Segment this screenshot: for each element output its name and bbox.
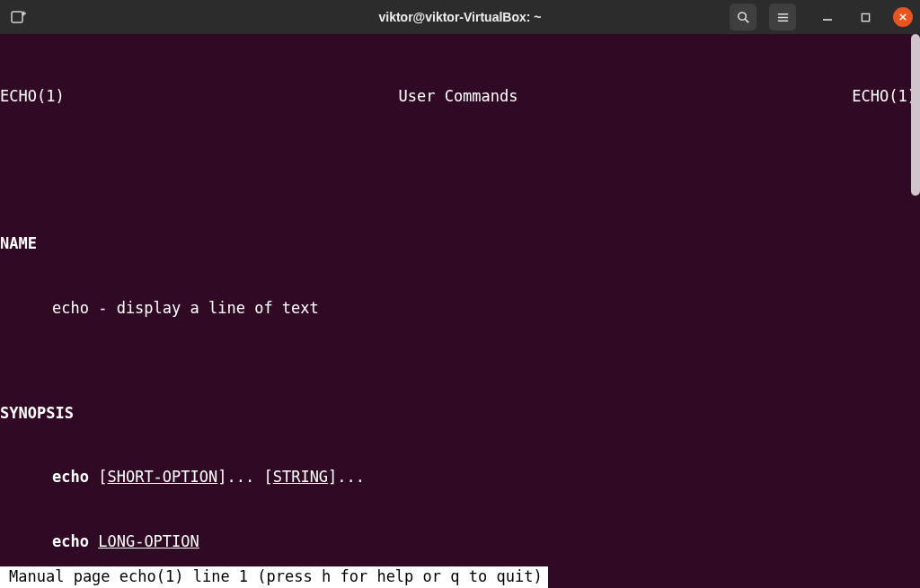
close-button[interactable] xyxy=(893,7,913,27)
man-header-left: ECHO(1) xyxy=(0,86,65,108)
hamburger-icon xyxy=(776,11,790,24)
pager-status-line: Manual page echo(1) line 1 (press h for … xyxy=(0,566,548,588)
search-button[interactable] xyxy=(730,4,756,31)
window-titlebar: viktor@viktor-VirtualBox: ~ xyxy=(0,0,920,34)
close-icon xyxy=(898,13,907,22)
maximize-icon xyxy=(861,13,871,22)
name-text: echo - display a line of text xyxy=(0,298,920,320)
svg-point-3 xyxy=(738,12,745,19)
menu-button[interactable] xyxy=(769,4,796,31)
section-synopsis-heading: SYNOPSIS xyxy=(0,403,920,425)
man-header: ECHO(1) User Commands ECHO(1) xyxy=(0,77,920,108)
section-name-heading: NAME xyxy=(0,233,920,255)
minimize-icon xyxy=(822,12,833,22)
new-tab-icon[interactable] xyxy=(7,5,31,29)
terminal-viewport[interactable]: ECHO(1) User Commands ECHO(1) NAME echo … xyxy=(0,34,920,588)
svg-rect-9 xyxy=(862,13,869,21)
man-body: NAME echo - display a line of text SYNOP… xyxy=(0,171,920,588)
synopsis-line-2: echo LONG-OPTION xyxy=(0,531,920,553)
man-header-right: ECHO(1) xyxy=(852,86,916,108)
svg-rect-0 xyxy=(12,12,22,22)
man-header-center: User Commands xyxy=(398,86,518,108)
search-icon xyxy=(737,11,750,24)
scrollbar-thumb[interactable] xyxy=(911,34,920,196)
minimize-button[interactable] xyxy=(818,7,837,27)
maximize-button[interactable] xyxy=(855,7,875,27)
svg-line-4 xyxy=(745,19,748,22)
synopsis-line-1: echo [SHORT-OPTION]... [STRING]... xyxy=(0,467,920,488)
window-title: viktor@viktor-VirtualBox: ~ xyxy=(378,10,541,24)
